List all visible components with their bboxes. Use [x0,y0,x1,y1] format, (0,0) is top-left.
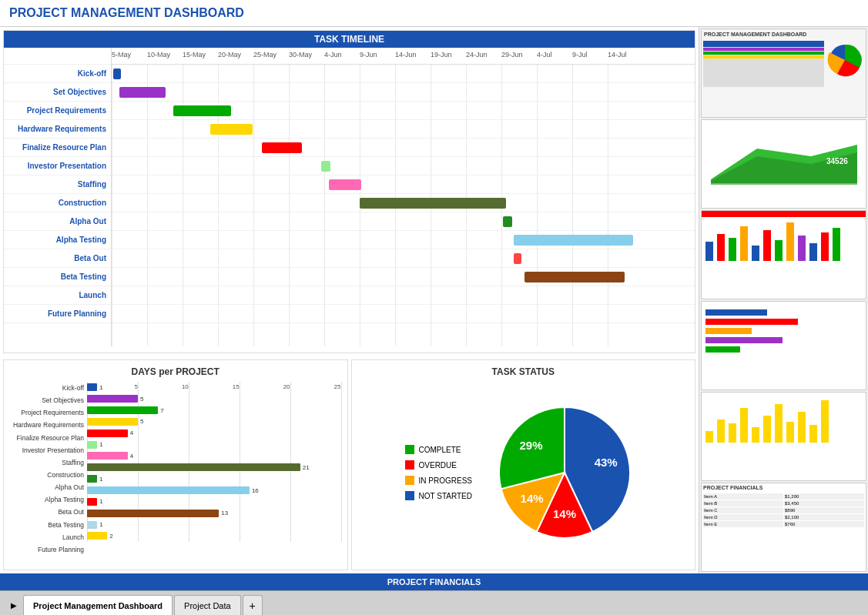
gantt-row-kickoff [112,65,695,83]
gantt-labels: Kick-off Set Objectives Project Requirem… [4,48,112,346]
bar-val-2: 7 [160,407,163,414]
gantt-label-betaout: Beta Out [4,249,111,268]
date-4jul: 4-Jul [537,51,552,58]
svg-rect-29 [798,412,806,443]
svg-rect-15 [833,228,840,261]
gantt-grid [112,65,695,346]
legend-label-overdue: OVERDUE [419,461,457,470]
gantt-label-betatesting: Beta Testing [4,268,111,286]
bar-val-8: 1 [99,476,102,483]
bar-val-6: 4 [130,453,133,460]
bar-label-9: Alpha Testing [10,496,87,503]
pie-label-3: 29% [520,439,543,452]
gantt-row-launch [112,286,695,305]
tab-projectdata-label: Project Data [184,601,231,610]
content-area: TASK TIMELINE Kick-off Set Objectives Pr… [0,27,868,573]
bar-label-13: Future Planning [10,546,87,553]
svg-rect-27 [775,404,783,443]
bar-row-1: 5 [87,393,341,405]
bar-val-13: 2 [109,533,112,540]
tab-projectdata[interactable]: Project Data [174,595,241,615]
legend-notstarted: NOT STARTED [405,491,472,500]
bar-row-8: 1 [87,473,341,485]
bar-label-0: Kick-off [10,384,87,392]
bar-kickoff [113,69,121,79]
bar-fill-11 [87,510,219,517]
pie-label-1: 14% [553,507,576,520]
svg-rect-4 [705,242,713,261]
tab-add-button[interactable]: + [243,595,263,615]
svg-rect-23 [729,423,736,443]
gantt-label-staffing: Staffing [4,175,111,194]
gantt-chart-area: 5-May 10-May 15-May 20-May 25-May 30-May… [112,48,695,346]
gantt-label-investorpres: Investor Presentation [4,157,111,175]
svg-text:34526: 34526 [826,157,848,165]
gantt-label-launch: Launch [4,286,111,305]
bar-row-4: 4 [87,427,341,439]
pie-svg: 43%14%14%29% [488,396,642,550]
gantt-row-finalizeresource [112,139,695,157]
bar-construction [360,198,506,209]
svg-rect-22 [717,419,725,443]
bar-label-5: Investor Presentation [10,446,87,454]
legend-label-inprogress: IN PROGRESS [419,476,472,485]
bar-label-7: Construction [10,471,87,479]
gantt-row-futureplanning [112,305,695,323]
legend-color-overdue [405,460,414,470]
bar-axis: 15754142111611312 [87,382,341,542]
gantt-label-header [4,48,111,65]
pie-label-0: 43% [595,456,618,469]
gantt-date-header: 5-May 10-May 15-May 20-May 25-May 30-May… [112,48,695,65]
days-chart-title: DAYS per PROJECT [10,366,341,377]
svg-rect-31 [821,400,829,443]
tab-dashboard[interactable]: Project Management Dashboard [23,595,173,615]
bar-finalizeresource [262,142,302,153]
svg-rect-25 [752,427,759,443]
main-container: PROJECT MANAGEMENT DASHBOARD TASK TIMELI… [0,0,868,615]
days-per-project-chart: DAYS per PROJECT Kick-off Set Objectives… [3,359,348,570]
svg-rect-24 [740,408,748,443]
bar-fill-9 [87,486,250,494]
bar-row-2: 7 [87,405,341,416]
bar-alphaout [503,216,512,227]
date-14jul: 14-Jul [608,51,627,58]
svg-rect-16 [705,309,767,316]
right-thumbnail-panel: PROJECT MANAGEMENT DASHBOARD [699,27,868,573]
bar-val-7: 21 [303,464,310,471]
bar-label-1: Set Objectives [10,396,87,404]
date-14jun: 14-Jun [395,51,417,58]
thumbnail-2: 34526 [701,119,866,209]
bar-setobjectives [119,87,166,98]
legend-overdue: OVERDUE [405,460,472,470]
bar-fill-8 [87,475,97,483]
svg-rect-30 [809,425,817,443]
date-10may: 10-May [147,51,170,58]
bar-val-0: 1 [99,384,102,391]
date-9jul: 9-Jul [572,51,588,58]
bar-val-4: 4 [130,429,133,436]
svg-rect-5 [717,234,725,261]
thumbnail-5 [701,392,866,481]
bar-alphatesting [514,235,633,246]
date-9jun: 9-Jun [360,51,377,58]
bar-val-3: 5 [140,418,143,425]
bar-row-0: 1 [87,382,341,393]
bar-fill-4 [87,429,128,437]
bar-val-10: 1 [99,498,102,505]
bar-val-9: 16 [252,487,259,494]
legend-label-notstarted: NOT STARTED [419,492,472,500]
bar-val-12: 1 [99,521,102,528]
bar-fill-5 [87,441,97,449]
gantt-row-betatesting [112,268,695,286]
pie-label-2: 14% [521,492,544,505]
bar-fill-6 [87,452,128,460]
thumbnail-3 [701,210,866,299]
bar-staffing [329,179,361,190]
legend-color-complete [405,445,414,454]
svg-rect-12 [798,236,806,261]
bar-label-12: Launch [10,533,87,541]
svg-rect-20 [705,346,740,353]
nav-arrow[interactable]: ▶ [6,595,22,615]
gantt-label-alphatesting: Alpha Testing [4,231,111,249]
bar-val-5: 1 [99,441,102,448]
